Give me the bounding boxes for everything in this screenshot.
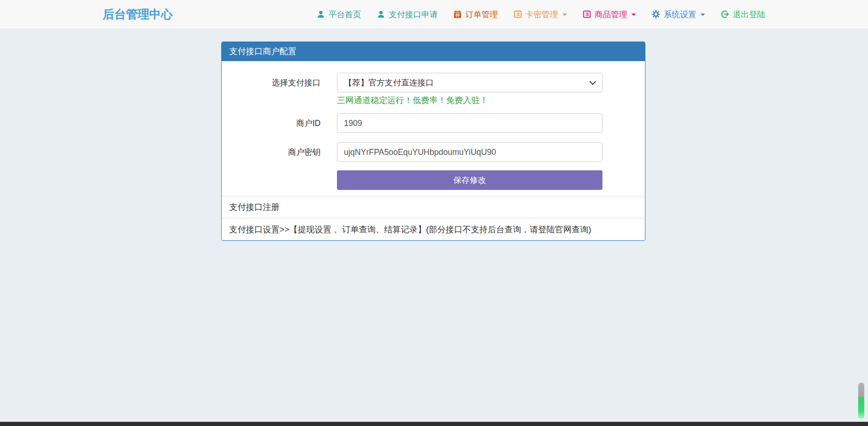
brand-title[interactable]: 后台管理中心 — [103, 7, 173, 22]
form-row-merchant-id: 商户ID — [222, 113, 645, 133]
chevron-down-icon — [562, 14, 567, 16]
list-icon — [513, 10, 522, 19]
sign-out-icon — [721, 10, 729, 19]
nav-item-product-management[interactable]: 商品管理 — [582, 9, 636, 20]
merchant-id-label: 商户ID — [222, 118, 337, 129]
merchant-config-form: 选择支付接口 【荐】官方支付直连接口 三网通道稳定运行！低费率！免费入驻！ 商户… — [222, 61, 645, 196]
merchant-key-input[interactable] — [337, 142, 602, 162]
panel-title: 支付接口商户配置 — [222, 42, 645, 61]
chevron-down-icon — [700, 14, 705, 16]
nav-item-label: 退出登陆 — [733, 9, 765, 20]
nav-item-system-settings[interactable]: 系统设置 — [651, 9, 705, 20]
nav-item-order-management[interactable]: 订单管理 — [453, 9, 498, 20]
nav-item-label: 订单管理 — [465, 9, 498, 20]
calendar-icon — [453, 10, 462, 19]
payment-interface-select-wrap: 【荐】官方支付直连接口 — [337, 73, 602, 92]
nav-item-label: 系统设置 — [664, 9, 696, 20]
nav-item-label: 支付接口申请 — [389, 9, 438, 20]
nav-item-label: 平台首页 — [329, 9, 361, 20]
payment-interface-select[interactable]: 【荐】官方支付直连接口 — [337, 73, 602, 92]
select-payment-label: 选择支付接口 — [222, 77, 337, 88]
nav-item-payment-apply[interactable]: 支付接口申请 — [377, 9, 438, 20]
select-help-note: 三网通道稳定运行！低费率！免费入驻！ — [337, 95, 645, 105]
top-navbar: 后台管理中心 平台首页 支付接口申请 — [0, 0, 868, 29]
nav-item-label: 商品管理 — [595, 9, 627, 20]
main-nav: 平台首页 支付接口申请 订单管理 — [316, 9, 765, 20]
nav-item-card-management[interactable]: 卡密管理 — [513, 9, 567, 20]
navbar-container: 后台管理中心 平台首页 支付接口申请 — [103, 0, 765, 28]
form-row-merchant-key: 商户密钥 — [222, 142, 645, 162]
gear-icon — [651, 10, 660, 19]
user-icon — [316, 10, 325, 19]
merchant-id-input[interactable] — [337, 113, 602, 133]
payment-settings-link[interactable]: 支付接口设置>>【提现设置 、订单查询、结算记录】(部分接口不支持后台查询，请登… — [222, 218, 645, 240]
nav-item-label: 卡密管理 — [525, 9, 558, 20]
save-button[interactable]: 保存修改 — [337, 170, 602, 190]
nav-item-platform-home[interactable]: 平台首页 — [316, 9, 361, 20]
nav-item-logout[interactable]: 退出登陆 — [721, 9, 765, 20]
window-bottom-edge — [0, 422, 868, 426]
scroll-indicator[interactable] — [858, 383, 864, 419]
merchant-key-label: 商户密钥 — [222, 147, 337, 158]
payment-register-link[interactable]: 支付接口注册 — [222, 196, 645, 218]
user-icon — [377, 10, 385, 19]
form-row-select: 选择支付接口 【荐】官方支付直连接口 — [222, 73, 645, 92]
chevron-down-icon — [631, 14, 636, 16]
merchant-config-panel: 支付接口商户配置 选择支付接口 【荐】官方支付直连接口 三网通道稳定运行！低费率… — [221, 42, 645, 241]
list-icon — [582, 10, 591, 19]
